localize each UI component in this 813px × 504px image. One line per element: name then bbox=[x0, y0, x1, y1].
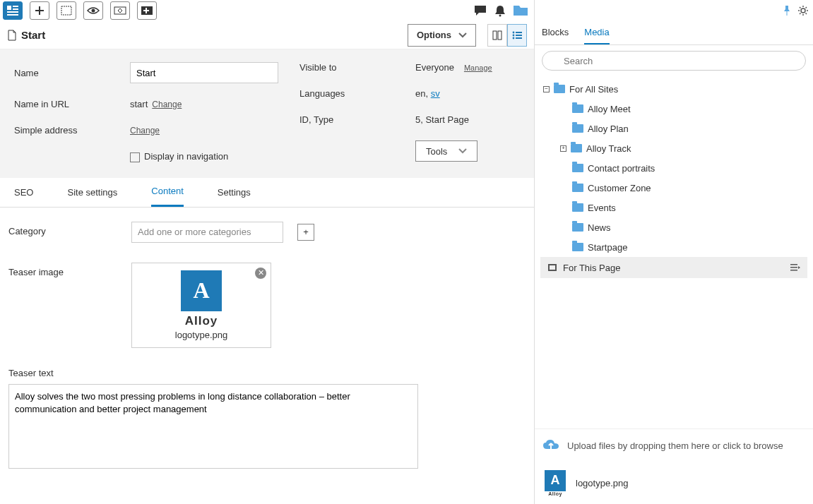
svg-line-30 bbox=[800, 13, 801, 15]
tree-item[interactable]: +Alloy Track bbox=[540, 138, 807, 158]
url-value: start bbox=[130, 99, 148, 109]
upload-dropzone[interactable]: Upload files by dropping them here or cl… bbox=[535, 428, 813, 462]
add-block-button[interactable] bbox=[137, 1, 157, 20]
svg-rect-21 bbox=[516, 37, 522, 39]
tree-item[interactable]: Alloy Meet bbox=[540, 99, 807, 119]
svg-rect-4 bbox=[7, 14, 18, 16]
simple-change-link[interactable]: Change bbox=[130, 126, 160, 136]
folder-icon bbox=[572, 104, 583, 113]
side-tab-blocks[interactable]: Blocks bbox=[542, 24, 569, 44]
section-menu-icon[interactable] bbox=[790, 264, 800, 271]
tools-button[interactable]: Tools bbox=[415, 140, 477, 162]
assets-panel-icon[interactable] bbox=[513, 5, 528, 16]
tab-seo[interactable]: SEO bbox=[14, 178, 33, 207]
svg-rect-15 bbox=[498, 31, 502, 40]
category-add-button[interactable]: + bbox=[297, 224, 314, 241]
cloud-upload-icon bbox=[542, 439, 560, 452]
add-button[interactable] bbox=[30, 1, 49, 20]
compare-button[interactable] bbox=[110, 1, 130, 20]
chevron-down-icon bbox=[458, 32, 467, 38]
teaser-remove-button[interactable]: ✕ bbox=[255, 268, 266, 279]
tab-settings[interactable]: Settings bbox=[218, 178, 251, 207]
media-file-logotype[interactable]: A AIIoy logotype.png bbox=[535, 462, 813, 504]
teaser-image-box[interactable]: ✕ A AIIoy logotype.png bbox=[131, 263, 271, 348]
expand-icon[interactable]: + bbox=[560, 145, 566, 152]
options-button[interactable]: Options bbox=[408, 24, 476, 47]
view-list-button[interactable] bbox=[507, 24, 527, 47]
tree-item[interactable]: Contact portraits bbox=[540, 158, 807, 178]
category-input[interactable]: Add one or more categories bbox=[131, 222, 283, 243]
tree-item-label: Contact portraits bbox=[588, 163, 655, 174]
svg-line-31 bbox=[806, 7, 807, 8]
messages-icon[interactable] bbox=[473, 4, 487, 17]
folder-icon bbox=[572, 164, 583, 172]
svg-rect-14 bbox=[493, 31, 497, 40]
teaser-filename: logotype.png bbox=[175, 330, 227, 340]
name-input[interactable] bbox=[130, 62, 278, 83]
folder-icon bbox=[572, 184, 583, 192]
summary-panel: Name Name in URL start Change Simple add… bbox=[0, 49, 534, 178]
teaser-text-label: Teaser text bbox=[8, 368, 54, 378]
tree-item-label: Customer Zone bbox=[588, 183, 651, 193]
svg-point-13 bbox=[499, 15, 502, 17]
tree-item[interactable]: Alloy Plan bbox=[540, 119, 807, 138]
manage-link[interactable]: Manage bbox=[464, 64, 492, 72]
svg-rect-22 bbox=[787, 11, 788, 16]
svg-point-16 bbox=[513, 31, 515, 33]
collapse-icon[interactable]: − bbox=[543, 86, 550, 92]
svg-rect-7 bbox=[61, 6, 71, 15]
tree-item[interactable]: Events bbox=[540, 198, 807, 217]
tree-root-for-all-sites[interactable]: − For All Sites bbox=[540, 79, 807, 99]
content-tabs: SEO Site settings Content Settings bbox=[0, 178, 534, 208]
tab-site-settings[interactable]: Site settings bbox=[67, 178, 117, 207]
search-input[interactable] bbox=[542, 51, 806, 71]
pin-icon[interactable] bbox=[782, 5, 792, 16]
chevron-down-icon bbox=[458, 148, 467, 154]
gear-icon[interactable] bbox=[797, 5, 809, 16]
svg-rect-1 bbox=[13, 6, 18, 7]
tree-toggle-button[interactable] bbox=[3, 1, 23, 20]
url-label: Name in URL bbox=[14, 99, 120, 109]
idtype-value: 5, Start Page bbox=[415, 114, 469, 125]
svg-rect-2 bbox=[13, 8, 18, 10]
tree-item[interactable]: Customer Zone bbox=[540, 178, 807, 198]
tree-item[interactable]: Startpage bbox=[540, 237, 807, 257]
svg-rect-19 bbox=[516, 35, 522, 36]
for-this-page-section[interactable]: For This Page bbox=[540, 257, 807, 278]
idtype-label: ID, Type bbox=[299, 114, 405, 125]
view-layout-button[interactable] bbox=[487, 24, 507, 47]
preview-button[interactable] bbox=[83, 1, 103, 20]
selection-button[interactable] bbox=[57, 1, 76, 20]
name-label: Name bbox=[14, 68, 120, 78]
logo-wordmark: AIIoy bbox=[185, 314, 218, 328]
display-nav-checkbox[interactable]: Display in navigation bbox=[130, 151, 228, 162]
page-title: Start bbox=[21, 29, 45, 41]
svg-line-28 bbox=[800, 7, 801, 8]
folder-icon bbox=[571, 144, 582, 152]
side-tab-media[interactable]: Media bbox=[584, 24, 609, 44]
visibleto-value: Everyone bbox=[415, 62, 454, 73]
tree-item[interactable]: News bbox=[540, 217, 807, 237]
notifications-icon[interactable] bbox=[494, 4, 506, 17]
tree-item-label: Events bbox=[588, 203, 616, 213]
tree-item-label: Alloy Track bbox=[586, 143, 631, 154]
folder-icon bbox=[554, 85, 565, 93]
page-icon bbox=[7, 30, 17, 41]
teaser-text-input[interactable] bbox=[8, 384, 418, 469]
folder-icon bbox=[572, 223, 583, 232]
category-label: Category bbox=[8, 222, 121, 236]
folder-icon bbox=[572, 203, 583, 212]
lang-sv-link[interactable]: sv bbox=[431, 88, 440, 99]
svg-point-18 bbox=[513, 34, 515, 36]
media-tree: − For All Sites Alloy MeetAlloy Plan+All… bbox=[535, 76, 813, 372]
url-change-link[interactable]: Change bbox=[152, 100, 182, 109]
simple-address-label: Simple address bbox=[14, 125, 120, 136]
svg-rect-6 bbox=[35, 10, 44, 11]
svg-rect-36 bbox=[790, 264, 797, 265]
svg-point-8 bbox=[92, 9, 95, 13]
folder-icon bbox=[572, 243, 583, 251]
tab-content[interactable]: Content bbox=[151, 178, 184, 207]
file-thumbnail: A bbox=[545, 470, 566, 491]
tree-item-label: Startpage bbox=[588, 242, 627, 253]
file-thumbnail-text: AIIoy bbox=[548, 491, 562, 496]
